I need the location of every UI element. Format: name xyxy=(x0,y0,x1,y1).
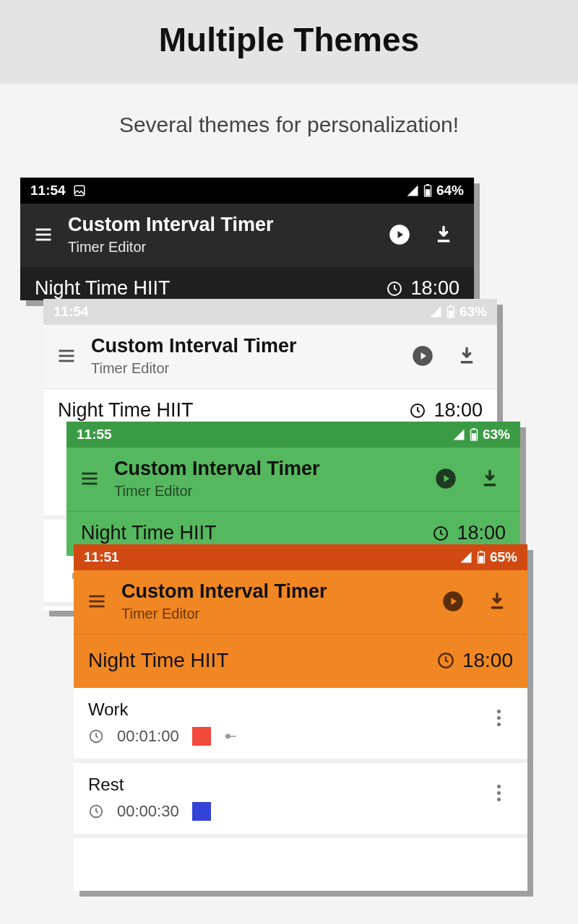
promo-banner: Multiple Themes xyxy=(0,0,578,84)
workout-total: 18:00 xyxy=(434,399,483,422)
svg-rect-21 xyxy=(472,433,476,440)
workout-title-row[interactable]: Night Time HIIT 18:00 xyxy=(74,634,527,688)
menu-icon[interactable] xyxy=(87,591,107,611)
promo-subtitle: Several themes for personalization! xyxy=(0,84,578,178)
promo-title: Multiple Themes xyxy=(0,20,578,59)
status-bar: 11:54 64% xyxy=(20,178,474,204)
app-bar: Custom Interval Timer Timer Editor xyxy=(20,204,474,267)
svg-rect-0 xyxy=(74,186,85,196)
app-subtitle: Timer Editor xyxy=(91,360,397,377)
workout-total: 18:00 xyxy=(462,649,513,672)
app-title: Custom Interval Timer xyxy=(121,580,428,603)
clock-icon xyxy=(88,728,104,744)
menu-icon[interactable] xyxy=(33,225,53,245)
app-bar: Custom Interval Timer Timer Editor xyxy=(74,570,527,634)
status-bar: 11:55 63% xyxy=(66,422,520,448)
image-icon xyxy=(73,184,86,197)
interval-more-button[interactable] xyxy=(484,775,513,801)
theme-card-dark: 11:54 64% Custom Interval Timer Timer Ed… xyxy=(20,178,474,300)
theme-stage: 11:54 64% Custom Interval Timer Timer Ed… xyxy=(0,178,578,924)
interval-duration: 00:00:30 xyxy=(117,802,179,821)
svg-rect-26 xyxy=(484,484,496,487)
download-button[interactable] xyxy=(457,346,477,366)
interval-duration: 00:01:00 xyxy=(117,727,179,746)
status-time: 11:51 xyxy=(84,549,119,565)
play-button[interactable] xyxy=(412,345,434,367)
play-button[interactable] xyxy=(435,468,457,489)
svg-rect-12 xyxy=(449,310,453,317)
theme-card-orange: 11:51 65% Custom Interval Timer Timer Ed… xyxy=(74,544,527,891)
interval-row[interactable]: Rest 00:00:30 xyxy=(74,763,527,838)
interval-row[interactable]: Work 00:01:00 xyxy=(74,688,527,763)
interval-name: Work xyxy=(88,699,484,720)
battery-icon xyxy=(470,428,478,441)
clock-icon xyxy=(436,651,455,670)
clock-icon xyxy=(409,402,426,419)
clock-icon xyxy=(386,280,403,297)
interval-color-swatch xyxy=(192,802,211,821)
menu-icon[interactable] xyxy=(79,468,100,489)
signal-icon xyxy=(460,551,473,564)
battery-icon xyxy=(477,551,486,564)
workout-name: Night Time HIIT xyxy=(81,522,217,544)
clock-icon xyxy=(432,525,449,542)
svg-rect-20 xyxy=(473,428,475,430)
signal-icon xyxy=(406,184,419,197)
play-button[interactable] xyxy=(442,590,464,612)
signal-icon xyxy=(452,428,465,441)
menu-icon[interactable] xyxy=(56,346,77,366)
workout-total: 18:00 xyxy=(457,522,506,544)
app-bar: Custom Interval Timer Timer Editor xyxy=(43,325,497,388)
svg-rect-29 xyxy=(480,551,483,552)
status-bar: 11:54 63% xyxy=(43,299,497,325)
app-subtitle: Timer Editor xyxy=(121,606,428,622)
workout-name: Night Time HIIT xyxy=(35,277,171,300)
workout-total: 18:00 xyxy=(410,277,460,300)
sound-icon xyxy=(224,731,240,742)
status-battery: 65% xyxy=(490,549,517,565)
status-battery: 63% xyxy=(460,304,487,320)
workout-title-row[interactable]: Night Time HIIT 18:00 xyxy=(20,267,474,300)
battery-icon xyxy=(447,305,455,318)
workout-name: Night Time HIIT xyxy=(88,649,228,672)
svg-rect-3 xyxy=(426,189,430,196)
svg-rect-17 xyxy=(461,361,473,364)
app-title: Custom Interval Timer xyxy=(91,335,397,357)
svg-rect-2 xyxy=(426,184,429,186)
interval-more-button[interactable] xyxy=(484,699,513,726)
download-button[interactable] xyxy=(487,591,507,611)
status-time: 11:54 xyxy=(30,183,66,199)
app-bar: Custom Interval Timer Timer Editor xyxy=(66,448,520,511)
signal-icon xyxy=(429,305,442,318)
status-battery: 64% xyxy=(436,183,464,199)
status-time: 11:54 xyxy=(53,304,89,320)
svg-rect-30 xyxy=(479,556,483,562)
battery-icon xyxy=(423,184,432,197)
app-subtitle: Timer Editor xyxy=(68,239,374,256)
status-bar: 11:51 65% xyxy=(74,544,527,570)
workout-name: Night Time HIIT xyxy=(58,399,194,422)
clock-icon xyxy=(88,803,104,819)
play-button[interactable] xyxy=(389,224,410,245)
interval-color-swatch xyxy=(192,727,211,746)
status-battery: 63% xyxy=(483,427,510,443)
svg-rect-8 xyxy=(438,240,449,243)
svg-rect-35 xyxy=(491,606,503,609)
interval-name: Rest xyxy=(88,775,484,795)
app-subtitle: Timer Editor xyxy=(114,483,420,500)
status-time: 11:55 xyxy=(77,427,112,443)
svg-point-39 xyxy=(225,734,230,738)
download-button[interactable] xyxy=(480,468,500,489)
download-button[interactable] xyxy=(434,225,454,245)
app-title: Custom Interval Timer xyxy=(68,214,374,236)
app-title: Custom Interval Timer xyxy=(114,458,420,480)
svg-rect-11 xyxy=(449,305,452,307)
